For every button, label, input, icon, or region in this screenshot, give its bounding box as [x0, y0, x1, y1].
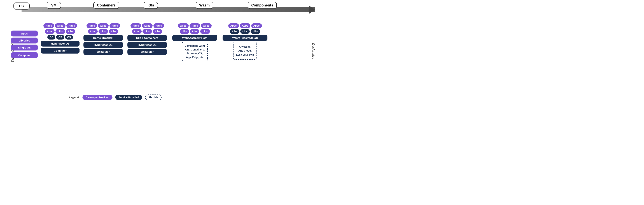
k8s-k8s-containers: K8s + Containers: [128, 35, 167, 41]
pc-single-os: Single OS: [11, 45, 38, 51]
k8s-libs-row: Libs Libs Libs: [132, 29, 162, 34]
diagram-container: Tightly Coupled Declarative PC VM Contai…: [0, 0, 322, 102]
wasm-apps-3: Apps: [201, 23, 212, 28]
column-pc: Apps Libraries Single OS Computer: [11, 31, 38, 91]
vm-apps-2: Apps: [55, 23, 66, 28]
containers-libs-3: Libs: [109, 29, 118, 34]
containers-computer: Computer: [84, 49, 123, 55]
vm-computer: Computer: [41, 48, 80, 54]
containers-apps-1: Apps: [86, 23, 97, 28]
k8s-hypervisor-os: Hypervisor OS: [128, 42, 167, 48]
vm-libs-1: Libs: [45, 29, 54, 34]
vm-os-2: OS: [56, 35, 64, 40]
wasm-apps-2: Apps: [190, 23, 200, 28]
containers-libs-2: Libs: [98, 29, 108, 34]
containers-hypervisor-os: Hypervisor OS: [84, 42, 123, 48]
vm-libs-3: Libs: [66, 29, 76, 34]
wasm-libs-1: Libs: [180, 29, 189, 34]
vm-os-3: OS: [65, 35, 73, 40]
column-wasm: Apps Apps Apps Libs Libs Libs WebAssembl…: [172, 23, 217, 61]
legend-service-provided: Service Provided: [116, 95, 142, 100]
wasm-libs-row: Libs Libs Libs: [180, 29, 210, 34]
vm-hypervisor-os: Hypervisor OS: [41, 41, 80, 47]
vm-libs-2: Libs: [56, 29, 65, 34]
components-apps-1: Apps: [228, 23, 239, 28]
vm-apps-row: Apps Apps Apps: [44, 23, 77, 28]
k8s-apps-row: Apps Apps Apps: [130, 23, 164, 28]
column-components: Apps Apps Apps Libs Libs Libs Wasm (wasm…: [222, 23, 268, 60]
vm-apps-1: Apps: [44, 23, 54, 28]
declarative-label: Declarative: [311, 43, 315, 59]
components-libs-row: Libs Libs Libs: [230, 29, 260, 34]
containers-apps-2: Apps: [98, 23, 108, 28]
wasm-libs-2: Libs: [190, 29, 200, 34]
containers-apps-3: Apps: [110, 23, 120, 28]
pc-computer: Computer: [11, 52, 38, 58]
vm-os-row: OS OS OS: [48, 35, 73, 40]
components-wasmcloud: Wasm (wasmCloud): [222, 35, 268, 41]
containers-kernel: Kernel (Docker): [84, 35, 123, 41]
col-label-containers: Containers: [93, 2, 119, 9]
components-libs-3: Libs: [250, 29, 260, 34]
k8s-libs-1: Libs: [132, 29, 142, 34]
legend-label: Legend:: [69, 96, 80, 99]
wasm-compatible-box: Compatible with:K8s, Containers,Browser,…: [182, 42, 208, 61]
components-apps-2: Apps: [240, 23, 250, 28]
legend: Legend: Developer Provided Service Provi…: [69, 95, 162, 100]
k8s-apps-3: Apps: [154, 23, 164, 28]
components-libs-1: Libs: [230, 29, 240, 34]
k8s-libs-2: Libs: [142, 29, 152, 34]
components-apps-3: Apps: [251, 23, 262, 28]
legend-flexible: Flexible: [145, 95, 162, 100]
components-libs-2: Libs: [240, 29, 250, 34]
col-label-vm: VM: [47, 2, 61, 9]
containers-libs-1: Libs: [88, 29, 98, 34]
vm-os-1: OS: [48, 35, 55, 40]
column-containers: Apps Apps Apps Libs Libs Libs Kernel (Do…: [84, 23, 123, 55]
column-vm: Apps Apps Apps Libs Libs Libs OS OS OS H…: [41, 23, 80, 54]
arrow-head: [309, 6, 315, 14]
k8s-apps-1: Apps: [130, 23, 141, 28]
k8s-libs-3: Libs: [153, 29, 162, 34]
wasm-apps-1: Apps: [178, 23, 189, 28]
col-label-components: Components: [248, 2, 277, 9]
col-label-pc: PC: [14, 3, 30, 10]
pc-libraries: Libraries: [11, 38, 38, 44]
col-label-k8s: K8s: [144, 2, 158, 9]
column-k8s: Apps Apps Apps Libs Libs Libs K8s + Cont…: [128, 23, 167, 55]
wasm-libs-3: Libs: [200, 29, 210, 34]
pc-apps: Apps: [11, 31, 38, 37]
containers-libs-row: Libs Libs Libs: [88, 29, 118, 34]
vm-apps-3: Apps: [66, 23, 77, 28]
wasm-host: WebAssembly Host: [172, 35, 217, 41]
k8s-computer: Computer: [128, 49, 167, 55]
components-flexible-box: Any Edge,Any Cloud,Even your own: [233, 42, 257, 60]
containers-apps-row: Apps Apps Apps: [86, 23, 120, 28]
wasm-apps-row: Apps Apps Apps: [178, 23, 212, 28]
vm-libs-row: Libs Libs Libs: [45, 29, 75, 34]
components-apps-row: Apps Apps Apps: [228, 23, 262, 28]
k8s-apps-2: Apps: [142, 23, 152, 28]
legend-developer-provided: Developer Provided: [82, 95, 112, 100]
col-label-wasm: Wasm: [196, 2, 213, 9]
